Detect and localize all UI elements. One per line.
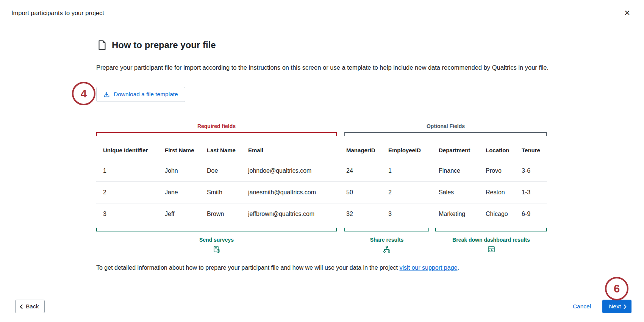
survey-add-icon xyxy=(96,245,337,255)
next-button[interactable]: Next xyxy=(602,300,631,313)
table-cell: 3-6 xyxy=(515,160,547,182)
optional-fields-label: Optional Fields xyxy=(344,123,547,129)
optional-fields-bracket xyxy=(344,132,547,136)
annotation-step-6: 6 xyxy=(605,277,628,300)
breakdown-results-bracket xyxy=(435,228,547,231)
annotation-step-4: 4 xyxy=(72,82,95,105)
close-icon[interactable]: ✕ xyxy=(622,7,633,19)
table-cell: Jane xyxy=(158,182,200,203)
support-note-period: . xyxy=(457,264,459,271)
table-cell: 1 xyxy=(381,160,432,182)
column-header: Department xyxy=(432,141,479,160)
table-row: 2 Jane Smith janesmith@qualtrics.com 50 … xyxy=(96,182,547,203)
table-row: 1 John Doe johndoe@qualtrics.com 24 1 Fi… xyxy=(96,160,547,182)
table-cell: Marketing xyxy=(432,203,479,225)
dashboard-icon xyxy=(435,245,547,255)
table-cell: Reston xyxy=(479,182,515,203)
table-cell: 2 xyxy=(381,182,432,203)
required-fields-bracket xyxy=(96,132,337,136)
chevron-left-icon xyxy=(20,304,23,309)
example-table-area: Required fields Optional Fields Unique I… xyxy=(96,123,547,256)
chevron-right-icon xyxy=(624,304,627,309)
table-cell: 2 xyxy=(96,182,158,203)
back-button-label: Back xyxy=(26,303,39,310)
table-cell: Brown xyxy=(200,203,241,225)
footer-actions: Cancel Next xyxy=(573,300,631,313)
table-cell: 6-9 xyxy=(515,203,547,225)
column-header: Email xyxy=(241,141,339,160)
section-heading: How to prepare your file xyxy=(98,40,216,50)
table-cell: Sales xyxy=(432,182,479,203)
column-header: First Name xyxy=(158,141,200,160)
column-header: Location xyxy=(479,141,515,160)
cancel-button[interactable]: Cancel xyxy=(573,303,591,310)
column-header: Last Name xyxy=(200,141,241,160)
dialog-header: Import participants to your project ✕ xyxy=(0,0,644,26)
table-cell: 1 xyxy=(96,160,158,182)
page-title: How to prepare your file xyxy=(112,40,216,50)
table-cell: Doe xyxy=(200,160,241,182)
table-cell: 24 xyxy=(339,160,381,182)
table-cell: Chicago xyxy=(479,203,515,225)
table-cell: Smith xyxy=(200,182,241,203)
file-icon xyxy=(98,40,106,50)
next-button-label: Next xyxy=(609,303,621,310)
support-page-link[interactable]: visit our support page xyxy=(399,264,457,271)
table-row: 3 Jeff Brown jeffbrown@qualtrics.com 32 … xyxy=(96,203,547,225)
table-cell: 3 xyxy=(96,203,158,225)
table-cell: janesmith@qualtrics.com xyxy=(241,182,339,203)
table-cell: Finance xyxy=(432,160,479,182)
share-results-label: Share results xyxy=(344,237,429,243)
share-results-bracket xyxy=(344,228,429,231)
table-cell: jeffbrown@qualtrics.com xyxy=(241,203,339,225)
table-cell: 1-3 xyxy=(515,182,547,203)
sample-data-table: Unique Identifier First Name Last Name E… xyxy=(96,141,547,225)
table-cell: 32 xyxy=(339,203,381,225)
download-template-button[interactable]: Download a file template xyxy=(96,87,185,102)
required-fields-label: Required fields xyxy=(96,123,337,129)
dialog-title: Import participants to your project xyxy=(11,9,104,17)
description-text: Prepare your participant file for import… xyxy=(96,63,549,72)
send-surveys-label: Send surveys xyxy=(96,237,337,243)
breakdown-results-label: Break down dashboard results xyxy=(435,237,547,243)
table-cell: Jeff xyxy=(158,203,200,225)
column-header: EmployeeID xyxy=(381,141,432,160)
column-header: Unique Identifier xyxy=(96,141,158,160)
table-header-row: Unique Identifier First Name Last Name E… xyxy=(96,141,547,160)
support-note: To get detailed information about how to… xyxy=(96,264,459,271)
hierarchy-icon xyxy=(344,245,429,255)
dialog-footer: Back Cancel Next xyxy=(0,292,644,322)
table-cell: Provo xyxy=(479,160,515,182)
column-header: Tenure xyxy=(515,141,547,160)
column-header: ManagerID xyxy=(339,141,381,160)
download-template-label: Download a file template xyxy=(114,91,178,98)
send-surveys-bracket xyxy=(96,228,337,231)
table-cell: johndoe@qualtrics.com xyxy=(241,160,339,182)
download-icon xyxy=(103,91,110,98)
table-cell: 50 xyxy=(339,182,381,203)
back-button[interactable]: Back xyxy=(15,300,45,313)
support-note-text: To get detailed information about how to… xyxy=(96,264,399,271)
table-cell: John xyxy=(158,160,200,182)
table-cell: 3 xyxy=(381,203,432,225)
